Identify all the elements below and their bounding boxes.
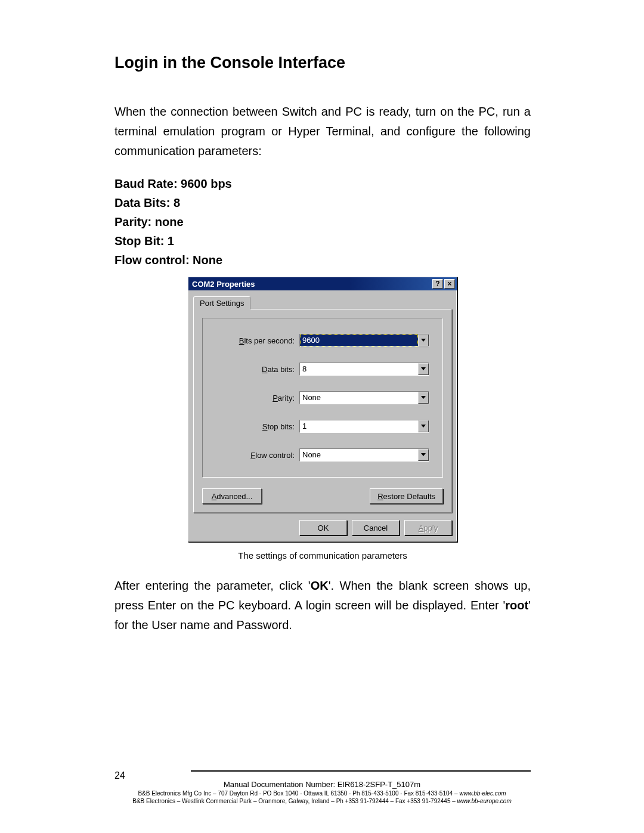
label-parity: Parity: (216, 394, 299, 402)
label-bps: Bits per second: (216, 336, 299, 345)
svg-marker-4 (421, 453, 426, 456)
svg-marker-2 (421, 396, 426, 399)
chevron-down-icon[interactable] (418, 420, 429, 432)
intro-paragraph: When the connection between Switch and P… (114, 102, 531, 161)
apply-button[interactable]: Apply (404, 520, 452, 535)
outro-paragraph: After entering the parameter, click 'OK'… (114, 576, 531, 635)
combo-parity[interactable]: None (299, 391, 429, 404)
combo-stopbits[interactable]: 1 (299, 420, 429, 433)
dialog-title: COM2 Properties (192, 280, 431, 289)
cancel-button[interactable]: Cancel (352, 520, 400, 535)
tab-panel: Bits per second: 9600 Data bits: 8 (193, 309, 452, 513)
settings-group: Bits per second: 9600 Data bits: 8 (202, 318, 443, 478)
close-icon[interactable]: × (444, 279, 455, 289)
help-icon[interactable]: ? (432, 279, 443, 289)
row-flow-control: Flow control: None (216, 448, 429, 462)
chevron-down-icon[interactable] (418, 449, 429, 461)
row-parity: Parity: None (216, 391, 429, 404)
label-stopbits: Stop bits: (216, 422, 299, 431)
param-stopbit: Stop Bit: 1 (114, 231, 531, 250)
svg-marker-3 (421, 425, 426, 428)
tab-port-settings[interactable]: Port Settings (193, 296, 250, 309)
com-properties-dialog: COM2 Properties ? × Port Settings Bits p… (188, 277, 457, 542)
row-bits-per-second: Bits per second: 9600 (216, 334, 429, 347)
figure-caption: The settings of communication parameters (114, 550, 531, 561)
footer-address-eu: B&B Electronics – Westlink Commercial Pa… (0, 798, 644, 804)
chevron-down-icon[interactable] (418, 392, 429, 404)
chevron-down-icon[interactable] (418, 363, 429, 375)
page-heading: Login in the Console Interface (114, 54, 531, 72)
chevron-down-icon[interactable] (418, 335, 429, 346)
combo-databits[interactable]: 8 (299, 363, 429, 376)
param-databits: Data Bits: 8 (114, 193, 531, 212)
combo-flow[interactable]: None (299, 448, 429, 462)
combo-bps[interactable]: 9600 (299, 334, 429, 347)
footer-doc-number: Manual Documentation Number: EIR618-2SFP… (0, 780, 644, 789)
row-stop-bits: Stop bits: 1 (216, 420, 429, 433)
svg-marker-0 (421, 339, 426, 342)
footer-address-us: B&B Electronics Mfg Co Inc – 707 Dayton … (0, 790, 644, 797)
param-flow: Flow control: None (114, 250, 531, 270)
label-databits: Data bits: (216, 365, 299, 374)
param-list: Baud Rate: 9600 bps Data Bits: 8 Parity:… (114, 174, 531, 270)
svg-marker-1 (421, 367, 426, 370)
param-parity: Parity: none (114, 212, 531, 231)
row-data-bits: Data bits: 8 (216, 363, 429, 376)
ok-button[interactable]: OK (299, 520, 347, 535)
combo-parity-value: None (300, 392, 418, 404)
restore-defaults-button[interactable]: Restore Defaults (370, 488, 443, 504)
param-baud: Baud Rate: 9600 bps (114, 174, 531, 193)
page-number: 24 (114, 770, 125, 781)
label-flow: Flow control: (216, 451, 299, 460)
page-footer: 24 Manual Documentation Number: EIR618-2… (0, 770, 644, 804)
combo-flow-value: None (300, 449, 418, 461)
combo-stopbits-value: 1 (300, 420, 418, 432)
titlebar: COM2 Properties ? × (188, 277, 457, 290)
combo-bps-value: 9600 (300, 335, 418, 346)
advanced-button[interactable]: AAdvanced...dvanced... (202, 488, 262, 504)
combo-databits-value: 8 (300, 363, 418, 375)
